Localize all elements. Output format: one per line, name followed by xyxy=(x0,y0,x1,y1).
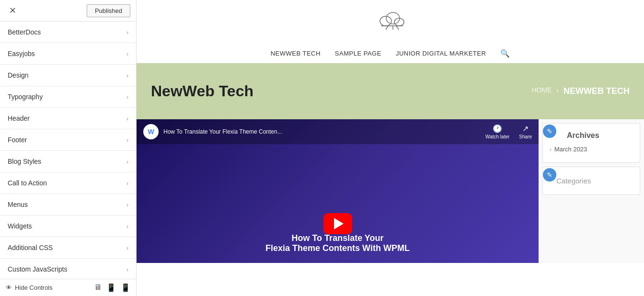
sidebar-item-label: Blog Styles xyxy=(8,158,41,165)
share-action[interactable]: ↗ Share xyxy=(519,124,532,139)
archives-widget-title: Archives xyxy=(567,131,599,140)
sidebar-item-widgets[interactable]: Widgets› xyxy=(0,216,136,237)
sidebar-item-label: Widgets xyxy=(8,222,32,230)
chevron-right-icon: › xyxy=(126,50,128,57)
pencil-icon: ✎ xyxy=(547,127,552,135)
archives-item: › March 2023 xyxy=(550,143,633,156)
sidebar-footer-bar: 👁 Hide Controls 🖥 📱 📱 xyxy=(0,279,136,296)
site-preview: NEWWEB TECHSAMPLE PAGEJUNIOR DIGITAL MAR… xyxy=(137,0,644,296)
sidebar-item-label: Menus xyxy=(8,201,28,208)
sidebar-item-footer[interactable]: Footer› xyxy=(0,129,136,151)
customizer-sidebar: ✕ Published BetterDocs›Easyjobs›Design›T… xyxy=(0,0,137,296)
close-button[interactable]: ✕ xyxy=(6,4,19,17)
channel-initial: W xyxy=(148,128,154,136)
share-icon: ↗ xyxy=(522,124,529,133)
chevron-right-icon: › xyxy=(126,201,128,208)
hide-controls-label: Hide Controls xyxy=(15,284,53,291)
chevron-right-icon: › xyxy=(126,223,128,230)
tablet-icon[interactable]: 📱 xyxy=(106,283,116,292)
archives-edit-button[interactable]: ✎ xyxy=(543,125,556,138)
sidebar-item-typography[interactable]: Typography› xyxy=(0,86,136,108)
published-button[interactable]: Published xyxy=(87,4,130,17)
sidebar-item-betterdocs[interactable]: BetterDocs› xyxy=(0,22,136,43)
categories-widget-header: ✎ Categories xyxy=(550,175,633,185)
play-button-container xyxy=(323,213,352,234)
chevron-right-icon: › xyxy=(126,72,128,79)
play-button[interactable] xyxy=(323,213,352,234)
sidebar-header: ✕ Published xyxy=(0,0,136,22)
sidebar-item-design[interactable]: Design› xyxy=(0,65,136,86)
sidebar-item-label: Call to Action xyxy=(8,179,47,187)
video-actions: 🕐 Watch later ↗ Share xyxy=(485,124,532,139)
pencil-icon-2: ✎ xyxy=(547,171,552,179)
categories-widget-title: Categories xyxy=(556,177,591,185)
video-top-bar: W How To Translate Your Flexia Theme Con… xyxy=(137,119,539,144)
archives-march-2023[interactable]: March 2023 xyxy=(554,146,587,153)
sidebar-item-label: Easyjobs xyxy=(8,50,35,57)
categories-edit-button[interactable]: ✎ xyxy=(543,168,556,182)
search-icon[interactable]: 🔍 xyxy=(500,49,510,58)
page-title: NewWeb Tech xyxy=(151,82,253,100)
sidebar-item-label: Footer xyxy=(8,136,27,144)
svg-line-6 xyxy=(396,26,399,30)
hide-controls-toggle[interactable]: 👁 Hide Controls xyxy=(6,284,53,291)
video-caption-line1: How To Translate Your xyxy=(146,233,529,243)
sidebar-item-label: Custom JavaScripts xyxy=(8,265,67,273)
sidebar-item-label: Typography xyxy=(8,93,43,101)
eye-icon: 👁 xyxy=(6,284,12,291)
chevron-right-icon: › xyxy=(126,244,128,251)
breadcrumb: HOME › NEWWEB TECH xyxy=(531,86,630,96)
chevron-right-icon: › xyxy=(126,29,128,36)
chevron-right-icon: › xyxy=(126,115,128,122)
sidebar-item-custom-js[interactable]: Custom JavaScripts› xyxy=(0,259,136,279)
categories-widget: ✎ Categories xyxy=(542,167,640,195)
sidebar-item-call-to-action[interactable]: Call to Action› xyxy=(0,172,136,194)
device-icons: 🖥 📱 📱 xyxy=(94,283,130,292)
archives-widget-content: ✎ Archives › March 2023 xyxy=(543,124,640,162)
sidebar-items-list: BetterDocs›Easyjobs›Design›Typography›He… xyxy=(0,22,136,279)
site-navigation: NEWWEB TECHSAMPLE PAGEJUNIOR DIGITAL MAR… xyxy=(137,39,644,63)
chevron-right-icon: › xyxy=(126,158,128,165)
play-icon xyxy=(334,218,344,229)
sidebar-item-blog-styles[interactable]: Blog Styles› xyxy=(0,151,136,172)
sidebar-item-menus[interactable]: Menus› xyxy=(0,194,136,216)
desktop-icon[interactable]: 🖥 xyxy=(94,283,102,292)
watch-later-icon: 🕐 xyxy=(493,124,502,133)
sidebar-item-easyjobs[interactable]: Easyjobs› xyxy=(0,43,136,65)
breadcrumb-separator: › xyxy=(556,86,559,96)
share-label: Share xyxy=(519,134,532,139)
hero-section: NewWeb Tech HOME › NEWWEB TECH xyxy=(137,63,644,119)
sidebar-item-label: BetterDocs xyxy=(8,28,41,36)
sidebar-item-additional-css[interactable]: Additional CSS› xyxy=(0,237,136,259)
nav-link-sample-page[interactable]: SAMPLE PAGE xyxy=(335,50,381,57)
video-title: How To Translate Your Flexia Theme Conte… xyxy=(163,128,485,135)
breadcrumb-current: NEWWEB TECH xyxy=(564,86,630,96)
video-caption: How To Translate Your Flexia Theme Conte… xyxy=(146,233,529,253)
video-caption-line2: Flexia Theme Contents With WPML xyxy=(146,243,529,253)
site-logo-area xyxy=(137,0,644,39)
chevron-right-icon: › xyxy=(550,147,552,152)
nav-link-newweb-tech[interactable]: NEWWEB TECH xyxy=(271,50,321,57)
video-section: W How To Translate Your Flexia Theme Con… xyxy=(137,119,539,263)
categories-widget-content: ✎ Categories xyxy=(543,167,640,194)
sidebar-item-label: Design xyxy=(8,71,29,79)
sidebar-item-label: Header xyxy=(8,114,30,122)
nav-link-junior-digital-marketer[interactable]: JUNIOR DIGITAL MARKETER xyxy=(396,50,486,57)
chevron-right-icon: › xyxy=(126,180,128,187)
breadcrumb-home[interactable]: HOME xyxy=(531,86,552,96)
archives-widget: ✎ Archives › March 2023 xyxy=(542,123,640,163)
sidebar-item-header[interactable]: Header› xyxy=(0,108,136,129)
chevron-right-icon: › xyxy=(126,137,128,144)
archives-widget-header: ✎ Archives xyxy=(550,131,633,140)
watch-later-label: Watch later xyxy=(485,134,509,139)
svg-line-4 xyxy=(386,26,388,30)
chevron-right-icon: › xyxy=(126,93,128,101)
site-logo xyxy=(376,8,405,32)
content-area: W How To Translate Your Flexia Theme Con… xyxy=(137,119,644,263)
mobile-icon[interactable]: 📱 xyxy=(121,283,130,292)
watch-later-action[interactable]: 🕐 Watch later xyxy=(485,124,509,139)
sidebar-item-label: Additional CSS xyxy=(8,244,53,251)
svg-point-0 xyxy=(380,16,391,26)
nav-links: NEWWEB TECHSAMPLE PAGEJUNIOR DIGITAL MAR… xyxy=(146,44,634,58)
youtube-channel-logo: W xyxy=(143,124,159,139)
